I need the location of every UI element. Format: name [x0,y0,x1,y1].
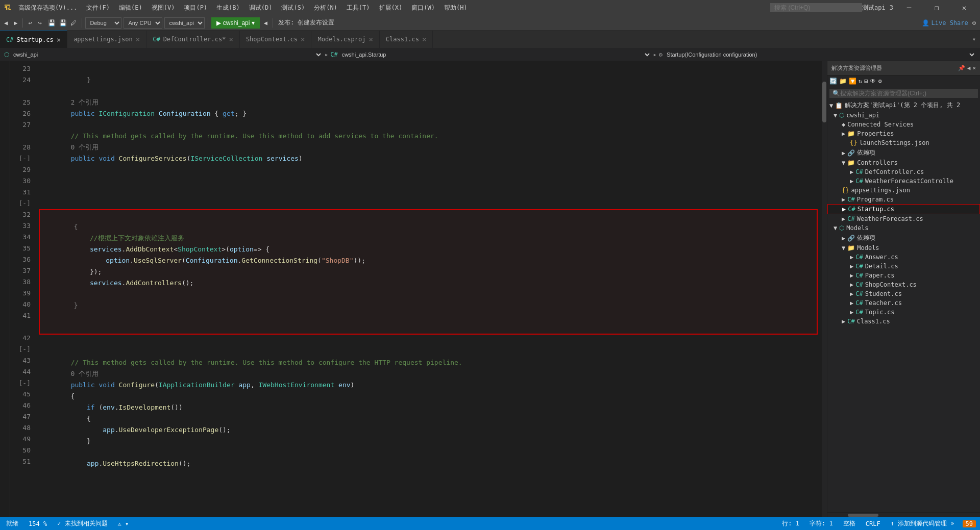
teacher-file[interactable]: ▶ C# Teacher.cs [827,298,980,308]
tab-close-defcontroller[interactable]: × [229,35,233,43]
dependencies-folder[interactable]: ▶ 🔗 依赖项 [827,147,980,158]
menu-advanced-save[interactable]: 高级保存选项(V)... [14,3,81,13]
weatherforecast-controller-file[interactable]: ▶ C# WeatherForecastControlle [827,176,980,186]
menu-view[interactable]: 视图(V) [148,3,179,13]
tab-defcontroller[interactable]: C# DefController.cs* × [146,31,240,48]
notification-badge[interactable]: 3 [890,4,893,11]
tab-close-appsettings[interactable]: × [136,35,140,43]
menu-debug[interactable]: 调试(D) [245,3,277,13]
menu-tools[interactable]: 工具(T) [342,3,374,13]
project-cwshi-api[interactable]: ▼ ⬡ cwshi_api [827,111,980,120]
answer-label: Answer.cs [865,254,898,261]
sidebar-close-button[interactable]: × [972,65,976,71]
collapse-all-button[interactable]: ⊟ [864,78,868,85]
shopcontext-models-file[interactable]: ▶ C# ShopContext.cs [827,280,980,289]
menu-build[interactable]: 生成(B) [212,3,244,13]
sidebar-search-input[interactable] [840,90,975,97]
zoom-level[interactable]: 154 % [27,520,49,527]
properties-folder[interactable]: ▶ 📁 Properties [827,129,980,138]
defcontroller-file[interactable]: ▶ C# DefController.cs [827,167,980,176]
path-project-select[interactable]: cwshi_api [11,51,323,58]
controllers-folder[interactable]: ▼ 📁 Controllers [827,158,980,167]
paper-file[interactable]: ▶ C# Paper.cs [827,271,980,280]
tab-shopcontext[interactable]: ShopContext.cs × [240,31,312,48]
path-method-select[interactable]: Startup(IConfiguration configuration) [665,51,976,58]
tab-class1[interactable]: Class1.cs × [380,31,433,48]
title-search-input[interactable] [770,3,862,12]
git-branch-status[interactable]: 就绪 [4,519,20,528]
forward-button[interactable]: ▶ [12,18,19,28]
show-all-button[interactable]: 👁 [870,78,876,85]
sidebar-pin-button[interactable]: 📌 [958,65,965,71]
menu-file[interactable]: 文件(F) [82,3,114,13]
debug-config-select[interactable]: Debug Release [85,17,121,29]
launch-settings-file[interactable]: {} launchSettings.json [827,138,980,147]
sidebar-scrollbar[interactable] [827,512,980,517]
class1-file[interactable]: ▶ C# Class1.cs [827,317,980,326]
minimize-button[interactable]: ─ [897,0,921,15]
appsettings-file[interactable]: {} appsettings.json [827,186,980,195]
answer-file[interactable]: ▶ C# Answer.cs [827,253,980,262]
platform-select[interactable]: Any CPU [124,17,162,29]
tab-close-class1[interactable]: × [422,35,426,43]
tabs-overflow-button[interactable]: ▾ [968,36,980,43]
refresh-button[interactable]: ↻ [859,78,862,85]
close-button[interactable]: ✕ [952,0,976,15]
folder-button[interactable]: 📁 [839,78,847,85]
filter-button[interactable]: 🔽 [849,78,856,85]
col-status[interactable]: 字符: 1 [807,519,835,528]
solution-root[interactable]: ▼ 📋 解决方案'测试api'(第 2 个项目, 共 2 [827,100,980,111]
add-source-control[interactable]: ↑ 添加到源代码管理 » [889,519,957,528]
run-button[interactable]: ▶ cwshi_api ▾ [211,17,259,29]
project-select[interactable]: cwshi_api [164,17,205,29]
toolbar-extra-button[interactable]: ⚙ [970,18,978,28]
weatherforecast-file[interactable]: ▶ C# WeatherForecast.cs [827,214,980,223]
run-arrow-button[interactable]: ◀ [262,18,270,28]
encoding-status[interactable]: CRLF [864,520,883,527]
tab-close-models-csproj[interactable]: × [369,35,373,43]
detail-file[interactable]: ▶ C# Detail.cs [827,262,980,271]
spaces-status[interactable]: 空格 [841,519,857,528]
back-button[interactable]: ◀ [2,18,10,28]
menu-project[interactable]: 项目(P) [180,3,211,13]
menu-test[interactable]: 测试(S) [277,3,309,13]
path-class-select[interactable]: cwshi_api.Startup [340,51,651,58]
student-file[interactable]: ▶ C# Student.cs [827,289,980,298]
tab-close-shopcontext[interactable]: × [301,35,305,43]
properties-button[interactable]: ⚙ [878,78,881,85]
restore-button[interactable]: ❐ [925,0,948,15]
editor-scrollbar[interactable] [822,61,827,517]
connected-services-item[interactable]: ◆ Connected Services [827,120,980,129]
undo-button[interactable]: ↩ [26,18,34,28]
sync-button[interactable]: 🔄 [829,78,837,85]
menu-window[interactable]: 窗口(W) [407,3,439,13]
code-editor[interactable]: } 2 个引用 public IConfiguration Configurat… [35,61,822,517]
models-dependencies[interactable]: ▶ 🔗 依赖项 [827,233,980,243]
path-method-icon: ⚙ [659,51,663,58]
notification-count-badge[interactable]: 59 [963,520,976,527]
row-status[interactable]: 行: 1 [780,519,801,528]
menu-extensions[interactable]: 扩展(X) [375,3,407,13]
menu-edit[interactable]: 编辑(E) [115,3,146,13]
startup-file[interactable]: ▶ C# Startup.cs [827,204,980,214]
sidebar-arrow-left-button[interactable]: ◀ [967,65,971,71]
live-share-button[interactable]: 👤 Live Share [922,19,968,27]
tab-close-startup[interactable]: × [57,36,61,44]
error-status[interactable]: ✓ 未找到相关问题 [55,519,109,528]
models-folder[interactable]: ▼ 📁 Models [827,243,980,253]
menu-help[interactable]: 帮助(H) [440,3,472,13]
models-project[interactable]: ▼ ⬡ Models [827,223,980,233]
redo-button[interactable]: ↪ [36,18,44,28]
tab-appsettings[interactable]: appsettings.json × [67,31,146,48]
tab-startup-cs[interactable]: C# Startup.cs × [0,31,67,48]
tab-models-csproj[interactable]: Models.csproj × [311,31,379,48]
highlighted-code-region: { //根据上下文对象依赖注入服务 services.AddDbContext<… [39,209,818,335]
dependencies-expand-icon: ▶ [842,149,845,157]
save-button[interactable]: 💾 💾 🖊 [46,18,79,28]
warning-indicator[interactable]: ⚠ ▾ [116,520,131,527]
publish-button[interactable]: 发布: 创建发布设置 [276,17,336,28]
program-file[interactable]: ▶ C# Program.cs [827,195,980,204]
sidebar-search-box[interactable]: 🔍 [829,89,978,98]
topic-file[interactable]: ▶ C# Topic.cs [827,308,980,317]
menu-analyze[interactable]: 分析(N) [310,3,341,13]
